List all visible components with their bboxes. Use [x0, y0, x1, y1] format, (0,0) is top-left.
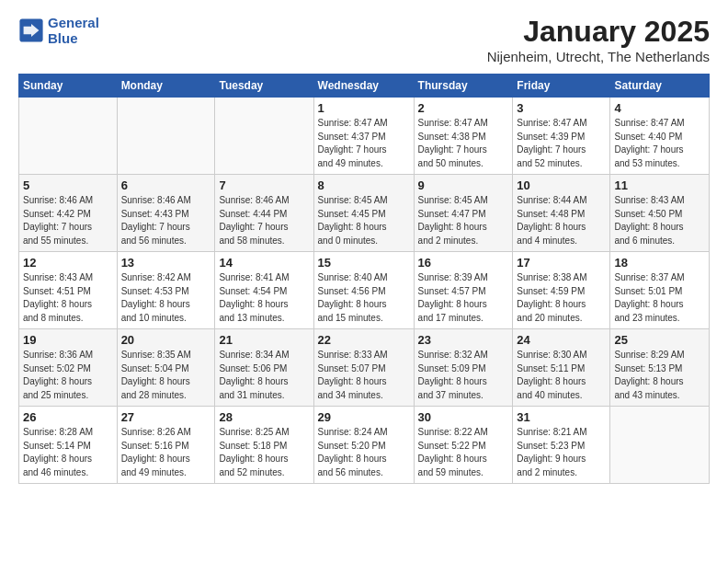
day-number: 10	[517, 178, 606, 192]
calendar-cell: 25Sunrise: 8:29 AM Sunset: 5:13 PM Dayli…	[610, 329, 710, 407]
calendar-cell: 30Sunrise: 8:22 AM Sunset: 5:22 PM Dayli…	[414, 407, 513, 484]
weekday-header-monday: Monday	[117, 75, 215, 98]
calendar-cell: 18Sunrise: 8:37 AM Sunset: 5:01 PM Dayli…	[610, 252, 710, 329]
day-number: 2	[418, 101, 509, 115]
week-row-2: 5Sunrise: 8:46 AM Sunset: 4:42 PM Daylig…	[19, 175, 710, 252]
day-info: Sunrise: 8:43 AM Sunset: 4:51 PM Dayligh…	[23, 271, 113, 325]
day-number: 31	[517, 410, 606, 424]
day-number: 7	[219, 178, 309, 192]
day-info: Sunrise: 8:33 AM Sunset: 5:07 PM Dayligh…	[318, 349, 410, 402]
calendar-cell: 10Sunrise: 8:44 AM Sunset: 4:48 PM Dayli…	[513, 175, 610, 252]
day-info: Sunrise: 8:37 AM Sunset: 5:01 PM Dayligh…	[614, 271, 705, 325]
day-number: 19	[23, 333, 113, 347]
calendar-cell	[19, 98, 118, 175]
logo-line2: Blue	[48, 30, 99, 46]
day-info: Sunrise: 8:34 AM Sunset: 5:06 PM Dayligh…	[219, 349, 309, 402]
day-info: Sunrise: 8:22 AM Sunset: 5:22 PM Dayligh…	[418, 426, 509, 479]
calendar-cell: 8Sunrise: 8:45 AM Sunset: 4:45 PM Daylig…	[313, 175, 414, 252]
calendar-cell: 6Sunrise: 8:46 AM Sunset: 4:43 PM Daylig…	[117, 175, 215, 252]
day-info: Sunrise: 8:43 AM Sunset: 4:50 PM Dayligh…	[614, 194, 705, 247]
logo-icon	[18, 17, 44, 43]
calendar-cell: 22Sunrise: 8:33 AM Sunset: 5:07 PM Dayli…	[313, 329, 414, 407]
day-number: 12	[23, 256, 113, 270]
calendar-cell	[117, 98, 215, 175]
day-info: Sunrise: 8:40 AM Sunset: 4:56 PM Dayligh…	[318, 271, 410, 325]
day-info: Sunrise: 8:29 AM Sunset: 5:13 PM Dayligh…	[614, 349, 705, 402]
calendar-cell: 19Sunrise: 8:36 AM Sunset: 5:02 PM Dayli…	[19, 329, 118, 407]
weekday-header-saturday: Saturday	[610, 75, 710, 98]
calendar-cell: 2Sunrise: 8:47 AM Sunset: 4:38 PM Daylig…	[414, 98, 513, 175]
day-info: Sunrise: 8:42 AM Sunset: 4:53 PM Dayligh…	[121, 271, 211, 325]
calendar-cell	[215, 98, 313, 175]
calendar-cell: 15Sunrise: 8:40 AM Sunset: 4:56 PM Dayli…	[313, 252, 414, 329]
month-title: January 2025	[487, 15, 710, 49]
weekday-header-wednesday: Wednesday	[313, 75, 414, 98]
day-number: 27	[121, 410, 211, 424]
day-number: 25	[614, 333, 705, 347]
header: General Blue January 2025 Nijenheim, Utr…	[18, 15, 710, 64]
week-row-1: 1Sunrise: 8:47 AM Sunset: 4:37 PM Daylig…	[19, 98, 710, 175]
day-number: 16	[418, 256, 509, 270]
day-info: Sunrise: 8:38 AM Sunset: 4:59 PM Dayligh…	[517, 271, 606, 325]
day-info: Sunrise: 8:24 AM Sunset: 5:20 PM Dayligh…	[318, 426, 410, 479]
calendar-cell: 9Sunrise: 8:45 AM Sunset: 4:47 PM Daylig…	[414, 175, 513, 252]
day-info: Sunrise: 8:36 AM Sunset: 5:02 PM Dayligh…	[23, 349, 113, 402]
calendar-cell: 26Sunrise: 8:28 AM Sunset: 5:14 PM Dayli…	[19, 407, 118, 484]
day-number: 1	[318, 101, 410, 115]
day-number: 28	[219, 410, 309, 424]
week-row-3: 12Sunrise: 8:43 AM Sunset: 4:51 PM Dayli…	[19, 252, 710, 329]
day-info: Sunrise: 8:44 AM Sunset: 4:48 PM Dayligh…	[517, 194, 606, 247]
weekday-header-sunday: Sunday	[19, 75, 118, 98]
day-number: 20	[121, 333, 211, 347]
day-number: 29	[318, 410, 410, 424]
calendar-cell: 12Sunrise: 8:43 AM Sunset: 4:51 PM Dayli…	[19, 252, 118, 329]
day-info: Sunrise: 8:35 AM Sunset: 5:04 PM Dayligh…	[121, 349, 211, 402]
title-block: January 2025 Nijenheim, Utrecht, The Net…	[487, 15, 710, 64]
day-number: 22	[318, 333, 410, 347]
day-info: Sunrise: 8:46 AM Sunset: 4:44 PM Dayligh…	[219, 194, 309, 247]
day-info: Sunrise: 8:45 AM Sunset: 4:45 PM Dayligh…	[318, 194, 410, 247]
calendar-cell: 27Sunrise: 8:26 AM Sunset: 5:16 PM Dayli…	[117, 407, 215, 484]
day-info: Sunrise: 8:47 AM Sunset: 4:37 PM Dayligh…	[318, 117, 410, 170]
day-info: Sunrise: 8:26 AM Sunset: 5:16 PM Dayligh…	[121, 426, 211, 479]
weekday-header-tuesday: Tuesday	[215, 75, 313, 98]
day-number: 3	[517, 101, 606, 115]
day-info: Sunrise: 8:28 AM Sunset: 5:14 PM Dayligh…	[23, 426, 113, 479]
calendar-cell: 11Sunrise: 8:43 AM Sunset: 4:50 PM Dayli…	[610, 175, 710, 252]
day-info: Sunrise: 8:32 AM Sunset: 5:09 PM Dayligh…	[418, 349, 509, 402]
day-info: Sunrise: 8:21 AM Sunset: 5:23 PM Dayligh…	[517, 426, 606, 479]
day-info: Sunrise: 8:46 AM Sunset: 4:43 PM Dayligh…	[121, 194, 211, 247]
day-info: Sunrise: 8:46 AM Sunset: 4:42 PM Dayligh…	[23, 194, 113, 247]
weekday-header-thursday: Thursday	[414, 75, 513, 98]
weekday-header-row: SundayMondayTuesdayWednesdayThursdayFrid…	[19, 75, 710, 98]
page: General Blue January 2025 Nijenheim, Utr…	[0, 0, 728, 499]
logo-text: General Blue	[48, 15, 99, 46]
calendar-cell: 21Sunrise: 8:34 AM Sunset: 5:06 PM Dayli…	[215, 329, 313, 407]
calendar-cell: 14Sunrise: 8:41 AM Sunset: 4:54 PM Dayli…	[215, 252, 313, 329]
calendar-cell: 3Sunrise: 8:47 AM Sunset: 4:39 PM Daylig…	[513, 98, 610, 175]
calendar-cell: 5Sunrise: 8:46 AM Sunset: 4:42 PM Daylig…	[19, 175, 118, 252]
day-info: Sunrise: 8:41 AM Sunset: 4:54 PM Dayligh…	[219, 271, 309, 325]
week-row-4: 19Sunrise: 8:36 AM Sunset: 5:02 PM Dayli…	[19, 329, 710, 407]
day-number: 15	[318, 256, 410, 270]
day-number: 23	[418, 333, 509, 347]
day-number: 26	[23, 410, 113, 424]
day-number: 21	[219, 333, 309, 347]
logo: General Blue	[18, 15, 99, 46]
day-info: Sunrise: 8:45 AM Sunset: 4:47 PM Dayligh…	[418, 194, 509, 247]
calendar-cell: 1Sunrise: 8:47 AM Sunset: 4:37 PM Daylig…	[313, 98, 414, 175]
day-info: Sunrise: 8:39 AM Sunset: 4:57 PM Dayligh…	[418, 271, 509, 325]
day-number: 18	[614, 256, 705, 270]
day-number: 9	[418, 178, 509, 192]
calendar-cell: 29Sunrise: 8:24 AM Sunset: 5:20 PM Dayli…	[313, 407, 414, 484]
day-number: 30	[418, 410, 509, 424]
day-number: 5	[23, 178, 113, 192]
day-number: 6	[121, 178, 211, 192]
location-subtitle: Nijenheim, Utrecht, The Netherlands	[487, 49, 710, 64]
day-info: Sunrise: 8:30 AM Sunset: 5:11 PM Dayligh…	[517, 349, 606, 402]
calendar-cell: 16Sunrise: 8:39 AM Sunset: 4:57 PM Dayli…	[414, 252, 513, 329]
day-number: 11	[614, 178, 705, 192]
day-number: 17	[517, 256, 606, 270]
calendar-cell: 17Sunrise: 8:38 AM Sunset: 4:59 PM Dayli…	[513, 252, 610, 329]
day-info: Sunrise: 8:25 AM Sunset: 5:18 PM Dayligh…	[219, 426, 309, 479]
